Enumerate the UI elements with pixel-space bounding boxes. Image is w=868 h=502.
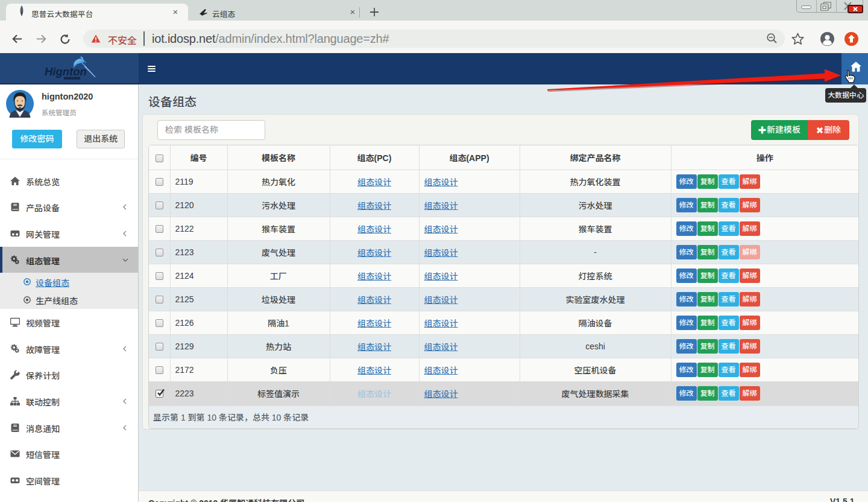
svg-text:Hignton: Hignton xyxy=(45,65,87,78)
